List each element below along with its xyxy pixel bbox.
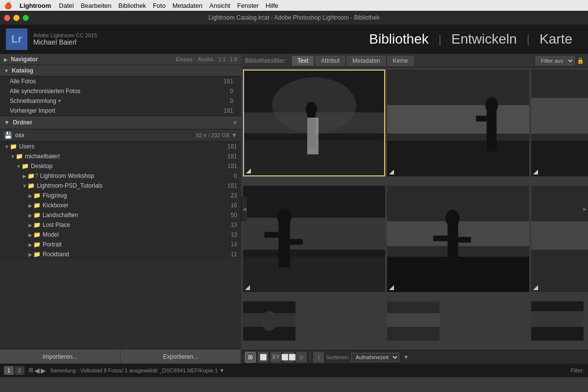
toolbar-separator-1 bbox=[310, 353, 310, 361]
nav-links: Bibliothek | Entwickeln | Karte bbox=[359, 31, 582, 47]
page-btn-2[interactable]: 2 bbox=[15, 366, 24, 375]
photo-cell-2[interactable] bbox=[387, 70, 529, 176]
people-view-icon[interactable]: ☺ bbox=[296, 352, 307, 363]
menu-hilfe[interactable]: Hilfe bbox=[266, 2, 278, 9]
folder-portrait[interactable]: ▶ 📁 Portrait 14 bbox=[0, 240, 241, 249]
sort-dropdown[interactable]: Aufnahmezeit bbox=[351, 353, 399, 362]
menu-datei[interactable]: Datei bbox=[59, 2, 74, 9]
menu-ansicht[interactable]: Ansicht bbox=[209, 2, 230, 9]
filter-tab-keine[interactable]: Keine bbox=[388, 56, 414, 66]
nav-ausful[interactable]: Ausful. bbox=[198, 56, 215, 62]
folder-lightroom-workshop[interactable]: ▶ 📁? Lightroom Workshop 0 bbox=[0, 171, 241, 181]
minimize-button[interactable] bbox=[13, 15, 20, 21]
left-panel-toggle[interactable]: ◀ bbox=[241, 196, 247, 221]
folder-count: 181 bbox=[227, 153, 237, 160]
folder-name: Lightroom-PSD_Tutorials bbox=[37, 182, 227, 189]
photo-corner-badge-1 bbox=[246, 169, 251, 173]
photo-cell-6[interactable] bbox=[531, 186, 588, 293]
nav-1-8[interactable]: 1:8 bbox=[230, 56, 237, 62]
nav-1-1[interactable]: 1:1 bbox=[218, 56, 225, 62]
photo-cell-8[interactable] bbox=[387, 301, 440, 341]
folder-lightroom-psd[interactable]: ▼ 📁 Lightroom-PSD_Tutorials 181 bbox=[0, 181, 241, 191]
navigator-header[interactable]: ▶ Navigator Einpas. Ausful. 1:1 1:8 bbox=[0, 54, 241, 65]
photo-cell-5[interactable] bbox=[387, 186, 529, 293]
right-panel-toggle[interactable]: ▶ bbox=[582, 196, 588, 221]
folder-count: 11 bbox=[231, 251, 237, 258]
app-name-menu[interactable]: Lightroom bbox=[20, 2, 51, 9]
folder-landschaften[interactable]: ▶ 📁 Landschaften 50 bbox=[0, 210, 241, 220]
folder-kickboxer[interactable]: ▶ 📁 Kickboxer 16 bbox=[0, 200, 241, 210]
photo-cell-1[interactable] bbox=[243, 70, 385, 176]
lock-icon[interactable]: 🔒 bbox=[577, 57, 584, 64]
svg-rect-29 bbox=[434, 235, 448, 241]
svg-rect-11 bbox=[476, 116, 487, 122]
catalog-sync-fotos[interactable]: Alle synchronisierten Fotos 0 bbox=[0, 86, 241, 96]
grid-view-icon[interactable]: ⊞ bbox=[245, 352, 256, 363]
katalog-label: Katalog bbox=[12, 67, 237, 74]
ordner-header[interactable]: ▼ Ordner + bbox=[0, 116, 241, 129]
catalog-item-name: Schnellsammlung + bbox=[10, 98, 230, 104]
folder-rockband[interactable]: ▶ 📁 Rockband 11 bbox=[0, 249, 241, 259]
photo-cell-4[interactable] bbox=[243, 186, 385, 293]
export-button[interactable]: Exportieren... bbox=[121, 349, 241, 364]
nav-bibliothek[interactable]: Bibliothek bbox=[359, 31, 438, 47]
catalog-alle-fotos[interactable]: Alle Fotos 181 bbox=[0, 76, 241, 86]
photo-cell-3[interactable] bbox=[531, 70, 588, 176]
nav-next-icon[interactable]: ▶ bbox=[41, 367, 46, 374]
folder-flugzeug[interactable]: ▶ 📁 Flugzeug 23 bbox=[0, 191, 241, 200]
menu-metadaten[interactable]: Metadaten bbox=[172, 2, 202, 9]
nav-karte[interactable]: Karte bbox=[530, 31, 582, 47]
menu-bearbeiten[interactable]: Bearbeiten bbox=[81, 2, 112, 9]
catalog-schnellsammlung[interactable]: Schnellsammlung + 0 bbox=[0, 96, 241, 106]
nav-grid-icon[interactable]: ⊞ bbox=[28, 367, 33, 374]
photo-grid bbox=[241, 68, 588, 350]
close-button[interactable] bbox=[4, 15, 10, 21]
folder-tri: ▶ bbox=[27, 193, 33, 198]
photo-corner-badge-3 bbox=[533, 170, 538, 174]
nav-einpas[interactable]: Einpas. bbox=[176, 56, 194, 62]
katalog-header[interactable]: ▼ Katalog bbox=[0, 65, 241, 76]
compare-view-icon[interactable]: XY bbox=[270, 352, 281, 363]
nav-entwickeln[interactable]: Entwickeln bbox=[441, 31, 527, 47]
filter-tab-metadaten[interactable]: Metadaten bbox=[347, 56, 386, 66]
photo-cell-9[interactable] bbox=[531, 301, 584, 341]
maximize-button[interactable] bbox=[23, 15, 29, 21]
title-bar: Lightroom Catalog.lrcat - Adobe Photosho… bbox=[0, 11, 588, 24]
photo-cell-7[interactable] bbox=[243, 301, 295, 341]
sort-icon[interactable]: ↕ bbox=[313, 352, 324, 363]
filter-out-dropdown[interactable]: Filter aus bbox=[536, 56, 575, 65]
username: Michael Baierl bbox=[33, 38, 359, 46]
loupe-view-icon[interactable]: ⬜ bbox=[258, 352, 269, 363]
svg-rect-13 bbox=[531, 98, 588, 134]
import-button[interactable]: Importieren... bbox=[0, 349, 121, 364]
menu-bibliothek[interactable]: Bibliothek bbox=[119, 2, 146, 9]
catalog-item-name: Alle synchronisierten Fotos bbox=[10, 88, 230, 95]
svg-rect-7 bbox=[387, 105, 529, 134]
photo-thumb-1 bbox=[244, 71, 384, 175]
drive-osx[interactable]: 💾 osx 82,4 / 232 GB ▼ bbox=[0, 129, 241, 142]
survey-view-icon[interactable]: ⬜⬜ bbox=[283, 352, 294, 363]
folder-tri: ▼ bbox=[10, 154, 16, 159]
folder-desktop[interactable]: ▼ 📁 Desktop 181 bbox=[0, 161, 241, 171]
photo-corner-badge-2 bbox=[389, 170, 394, 174]
menu-fenster[interactable]: Fenster bbox=[237, 2, 259, 9]
filter-tab-attribut[interactable]: Attribut bbox=[316, 56, 345, 66]
page-btn-1[interactable]: 1 bbox=[4, 366, 14, 375]
folder-lost-place[interactable]: ▶ 📁 Lost Place 13 bbox=[0, 220, 241, 230]
folder-model[interactable]: ▶ 📁 Model 13 bbox=[0, 230, 241, 240]
app-info: Adobe Lightroom CC 2015 Michael Baierl bbox=[33, 32, 359, 46]
folder-tri: ▶ bbox=[27, 203, 33, 208]
nav-prev-icon[interactable]: ◀ bbox=[34, 367, 40, 374]
catalog-vorheriger-import[interactable]: Vorheriger Import 181 bbox=[0, 106, 241, 116]
apple-menu[interactable]: 🍎 bbox=[4, 2, 12, 9]
ordner-add-button[interactable]: + bbox=[233, 118, 237, 127]
menu-foto[interactable]: Foto bbox=[153, 2, 166, 9]
folder-michaelbaierl[interactable]: ▼ 📁 michaelbaierl 181 bbox=[0, 151, 241, 161]
svg-rect-4 bbox=[307, 112, 316, 147]
drive-arrow: ▼ bbox=[231, 132, 237, 139]
folder-users[interactable]: ▼ 📁 Users 181 bbox=[0, 142, 241, 151]
filter-tab-text[interactable]: Text bbox=[292, 56, 314, 66]
menu-bar: 🍎 Lightroom Datei Bearbeiten Bibliothek … bbox=[0, 0, 588, 11]
navigator-label: Navigator bbox=[11, 56, 176, 63]
sort-direction-icon[interactable]: ▼ bbox=[403, 354, 409, 361]
